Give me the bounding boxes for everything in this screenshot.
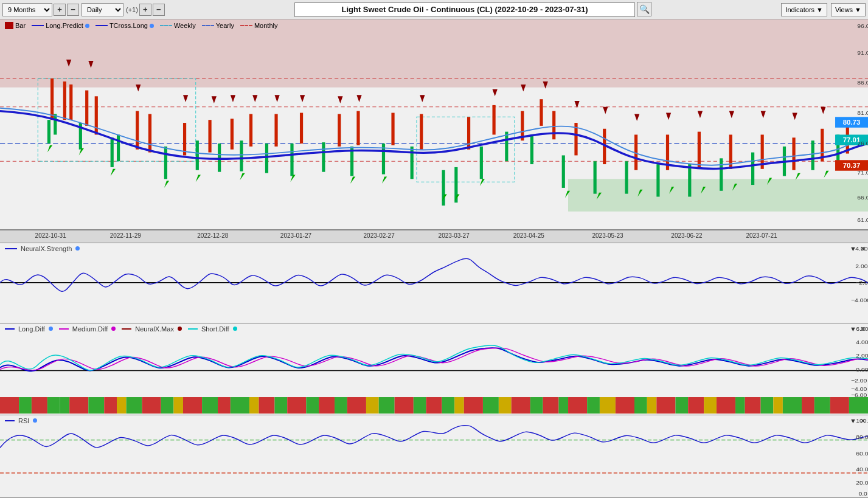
svg-rect-184 <box>688 397 704 413</box>
x-date-8: 2023-06-22 <box>671 232 702 239</box>
neural-collapse-btn[interactable]: ▼ <box>850 245 856 253</box>
views-button[interactable]: Views ▼ <box>831 3 866 16</box>
svg-rect-137 <box>0 397 19 413</box>
rsi-panel-canvas[interactable]: RSI ▼ ✕ 100.0 80.0 60.0 40.0 20.0 <box>0 415 868 497</box>
x-date-1: 2022-11-29 <box>110 232 141 239</box>
svg-text:80.73: 80.73 <box>843 119 861 126</box>
svg-rect-157 <box>287 397 306 413</box>
indicators-button[interactable]: Indicators ▼ <box>781 3 827 16</box>
svg-rect-36 <box>811 140 814 170</box>
diff-panel-canvas[interactable]: Long.Diff Medium.Diff NeuralX.Max Short.… <box>0 323 868 415</box>
price-chart: Bar Long.Predict TCross.Long Weekly <box>0 19 868 230</box>
rsi-line-icon <box>5 420 15 421</box>
short-diff-dot-icon <box>233 327 237 331</box>
price-chart-svg: 80.73 77.01 70.37 96.00 91.00 86.00 81.0… <box>0 19 868 229</box>
svg-text:86.00: 86.00 <box>857 79 868 86</box>
search-button[interactable]: 🔍 <box>637 2 651 16</box>
neuralx-max-label: NeuralX.Max <box>135 325 174 333</box>
svg-rect-175 <box>558 397 568 413</box>
neural-close-btn[interactable]: ✕ <box>860 245 866 253</box>
zoom-plus-btn[interactable]: + <box>139 4 151 16</box>
svg-rect-182 <box>656 397 675 413</box>
medium-diff-label: Medium.Diff <box>72 325 108 333</box>
interval-select[interactable]: Daily Weekly Monthly <box>82 3 123 16</box>
svg-marker-114 <box>824 171 828 178</box>
indicators-label: Indicators <box>785 6 814 13</box>
months-group: 9 Months 1 Month 3 Months 6 Months 12 Mo… <box>2 3 79 16</box>
rsi-collapse-btn[interactable]: ▼ <box>850 417 856 425</box>
svg-rect-40 <box>69 85 72 120</box>
legend-weekly: Weekly <box>160 22 196 29</box>
medium-diff-dot-icon <box>111 327 116 331</box>
diff-collapse-btn[interactable]: ▼ <box>850 325 856 333</box>
indicators-chevron-icon: ▼ <box>816 6 823 13</box>
svg-text:2.0000: 2.0000 <box>855 263 868 269</box>
svg-rect-12 <box>117 134 120 161</box>
long-predict-dot-icon <box>85 24 89 28</box>
svg-rect-41 <box>85 91 88 126</box>
neural-panel-canvas[interactable]: NeuralX.Strength ▼ ✕ 4.0000 2.0000 −2.00… <box>0 243 868 323</box>
neural-panel: NeuralX.Strength ▼ ✕ 4.0000 2.0000 −2.00… <box>0 243 868 323</box>
long-diff-dot-icon <box>49 327 53 331</box>
svg-text:70.37: 70.37 <box>843 162 861 169</box>
svg-rect-138 <box>19 397 32 413</box>
svg-marker-101 <box>350 176 355 184</box>
svg-rect-29 <box>594 161 597 193</box>
svg-rect-146 <box>127 397 142 413</box>
svg-rect-192 <box>802 397 814 413</box>
svg-rect-177 <box>587 397 600 413</box>
price-legend: Bar Long.Predict TCross.Long Weekly <box>5 22 277 29</box>
svg-marker-99 <box>240 173 245 181</box>
neural-panel-title: NeuralX.Strength <box>5 245 80 252</box>
rsi-label: RSI <box>18 417 29 424</box>
svg-rect-155 <box>259 397 275 413</box>
svg-text:−2.0000: −2.0000 <box>855 279 868 286</box>
svg-text:−2.00: −2.00 <box>851 377 867 384</box>
svg-rect-191 <box>783 397 802 413</box>
long-predict-line-icon <box>32 25 44 26</box>
rsi-close-btn[interactable]: ✕ <box>860 417 866 425</box>
price-chart-canvas[interactable]: Bar Long.Predict TCross.Long Weekly <box>0 19 868 229</box>
svg-marker-79 <box>338 96 342 103</box>
svg-rect-51 <box>338 114 341 146</box>
svg-marker-96 <box>111 169 116 176</box>
svg-text:80.0: 80.0 <box>856 434 868 440</box>
svg-marker-86 <box>603 107 608 114</box>
months-select[interactable]: 9 Months 1 Month 3 Months 6 Months 12 Mo… <box>2 3 52 16</box>
months-plus-btn[interactable]: + <box>54 4 66 16</box>
svg-rect-139 <box>32 397 47 413</box>
svg-rect-178 <box>600 397 616 413</box>
main-container: Bar Long.Predict TCross.Long Weekly <box>0 19 868 498</box>
svg-text:96.00: 96.00 <box>857 22 868 29</box>
svg-rect-194 <box>830 397 849 413</box>
neural-chart-svg: 4.0000 2.0000 −2.0000 −4.0000 <box>0 243 868 323</box>
svg-marker-93 <box>821 107 825 114</box>
legend-yearly: Yearly <box>202 22 234 29</box>
legend-long-predict: Long.Predict <box>32 22 89 29</box>
diff-close-btn[interactable]: ✕ <box>860 325 866 333</box>
weekly-line-icon <box>160 25 172 26</box>
svg-rect-49 <box>274 114 277 146</box>
svg-text:−4.0000: −4.0000 <box>851 297 868 303</box>
svg-marker-92 <box>792 113 797 120</box>
svg-rect-64 <box>698 132 701 167</box>
zoom-minus-btn[interactable]: − <box>153 4 165 16</box>
svg-rect-32 <box>688 164 691 196</box>
svg-rect-142 <box>69 397 88 413</box>
tcross-long-dot-icon <box>150 24 154 28</box>
svg-rect-17 <box>265 144 268 173</box>
svg-marker-102 <box>382 176 387 184</box>
diff-panel-controls: ▼ ✕ <box>850 325 866 333</box>
svg-rect-18 <box>290 144 293 176</box>
svg-rect-190 <box>773 397 783 413</box>
svg-marker-97 <box>164 181 169 188</box>
svg-marker-89 <box>698 111 703 119</box>
svg-rect-14 <box>196 140 199 170</box>
svg-rect-165 <box>414 397 426 413</box>
svg-marker-74 <box>212 96 217 103</box>
svg-rect-59 <box>552 111 555 140</box>
months-minus-btn[interactable]: − <box>67 4 79 16</box>
chart-title-input[interactable] <box>294 2 635 17</box>
svg-text:76.00: 76.00 <box>857 140 868 147</box>
svg-rect-149 <box>173 397 183 413</box>
